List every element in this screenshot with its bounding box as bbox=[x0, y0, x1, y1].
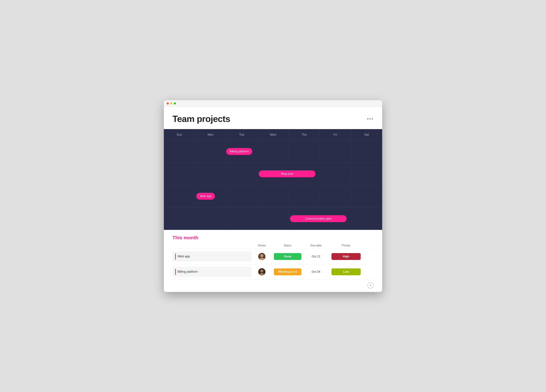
cal-cell-mon-4 bbox=[195, 211, 226, 226]
cal-cell-thu-3 bbox=[289, 189, 320, 204]
task-label-web-app: Web app bbox=[178, 255, 190, 258]
cal-cell-sat-1 bbox=[351, 144, 382, 159]
event-web-app[interactable]: Web app bbox=[196, 193, 215, 200]
col-add bbox=[363, 244, 374, 247]
bottom-section: This month Owner Status Due date Priorit… bbox=[164, 230, 382, 292]
day-thu: Thu bbox=[289, 129, 320, 140]
cal-cell-sun-3 bbox=[164, 189, 195, 204]
event-communication-plan[interactable]: Communication plan bbox=[290, 215, 347, 222]
cal-cell-wed-3 bbox=[257, 189, 288, 204]
day-tue: Tue bbox=[226, 129, 257, 140]
col-name bbox=[172, 244, 252, 247]
minimize-dot[interactable] bbox=[170, 102, 172, 105]
calendar-header: Sun Mon Tue Wed Thu Fri Sat bbox=[164, 129, 382, 140]
priority-web-app[interactable]: High bbox=[329, 253, 363, 260]
cal-cell-tue-4 bbox=[226, 211, 257, 226]
task-name-web-app: Web app bbox=[172, 251, 252, 262]
cal-cell-thu-4[interactable]: Communication plan bbox=[289, 211, 351, 226]
cal-cell-sun-2 bbox=[164, 166, 195, 182]
calendar-row-2: Blog post bbox=[164, 163, 382, 185]
cal-cell-wed-2[interactable]: Blog post bbox=[257, 166, 320, 182]
svg-point-4 bbox=[260, 269, 263, 273]
calendar-row-1: Billing platform bbox=[164, 140, 382, 163]
avatar-billing bbox=[258, 268, 266, 275]
col-due-date: Due date bbox=[303, 244, 329, 247]
cal-cell-tue-3 bbox=[226, 189, 257, 204]
priority-badge-billing: Low bbox=[332, 268, 361, 275]
row-bar-web-app bbox=[175, 253, 176, 260]
table-row-web-app: Web app Done Oct 12 High bbox=[172, 249, 374, 264]
page-header: Team projects ••• bbox=[164, 107, 382, 129]
col-status: Status bbox=[272, 244, 303, 247]
status-badge-web-app: Done bbox=[274, 253, 301, 260]
cal-cell-wed-1 bbox=[257, 144, 288, 159]
due-date-billing: Oct 24 bbox=[303, 270, 329, 274]
cal-cell-mon-2 bbox=[195, 166, 226, 182]
table-header: Owner Status Due date Priority bbox=[172, 244, 374, 249]
task-label-billing: Billing platform bbox=[178, 270, 198, 274]
cal-cell-mon-1 bbox=[195, 144, 226, 159]
day-sat: Sat bbox=[351, 129, 382, 140]
cal-cell-sat-4 bbox=[351, 211, 382, 226]
event-billing-platform[interactable]: Billing platform bbox=[226, 148, 252, 155]
status-billing[interactable]: Working on it bbox=[272, 268, 303, 275]
app-window: Team projects ••• Sun Mon Tue Wed Thu Fr… bbox=[164, 100, 382, 292]
row-bar-billing bbox=[175, 269, 176, 275]
priority-billing[interactable]: Low bbox=[329, 268, 363, 275]
cal-cell-thu-1 bbox=[289, 144, 320, 159]
page-title: Team projects bbox=[172, 114, 230, 124]
task-name-billing: Billing platform bbox=[172, 267, 252, 277]
maximize-dot[interactable] bbox=[174, 102, 176, 105]
more-menu-button[interactable]: ••• bbox=[367, 116, 374, 122]
table-row-billing: Billing platform Working on it Oct 24 Lo… bbox=[172, 264, 374, 280]
event-blog-post[interactable]: Blog post bbox=[259, 170, 315, 177]
titlebar bbox=[164, 100, 382, 107]
day-wed: Wed bbox=[257, 129, 288, 140]
cal-cell-fri-3 bbox=[320, 189, 351, 204]
svg-point-1 bbox=[260, 254, 263, 257]
owner-web-app bbox=[252, 253, 272, 260]
avatar-web-app bbox=[258, 253, 266, 260]
col-priority: Priority bbox=[329, 244, 363, 247]
status-web-app[interactable]: Done bbox=[272, 253, 303, 260]
calendar-row-4: Communication plan bbox=[164, 208, 382, 230]
calendar-row-3: Web app bbox=[164, 185, 382, 208]
section-title: This month bbox=[172, 235, 374, 241]
due-date-web-app: Oct 12 bbox=[303, 255, 329, 258]
cal-cell-sat-2 bbox=[351, 166, 382, 182]
cal-cell-tue-1[interactable]: Billing platform bbox=[226, 144, 257, 159]
cal-cell-tue-2 bbox=[226, 166, 257, 182]
col-owner: Owner bbox=[252, 244, 272, 247]
status-badge-billing: Working on it bbox=[274, 268, 301, 275]
priority-badge-web-app: High bbox=[332, 253, 361, 260]
day-fri: Fri bbox=[320, 129, 351, 140]
cal-cell-sat-3 bbox=[351, 189, 382, 204]
cal-cell-mon-3[interactable]: Web app bbox=[195, 189, 226, 204]
close-dot[interactable] bbox=[167, 102, 169, 105]
add-row-button[interactable]: + bbox=[367, 282, 374, 288]
cal-cell-wed-4 bbox=[257, 211, 288, 226]
calendar: Sun Mon Tue Wed Thu Fri Sat Billing plat… bbox=[164, 129, 382, 230]
owner-billing bbox=[252, 268, 272, 275]
day-mon: Mon bbox=[195, 129, 226, 140]
cal-cell-fri-2 bbox=[320, 166, 351, 182]
day-sun: Sun bbox=[164, 129, 195, 140]
cal-cell-sun-4 bbox=[164, 211, 195, 226]
cal-cell-fri-1 bbox=[320, 144, 351, 159]
cal-cell-sun-1 bbox=[164, 144, 195, 159]
